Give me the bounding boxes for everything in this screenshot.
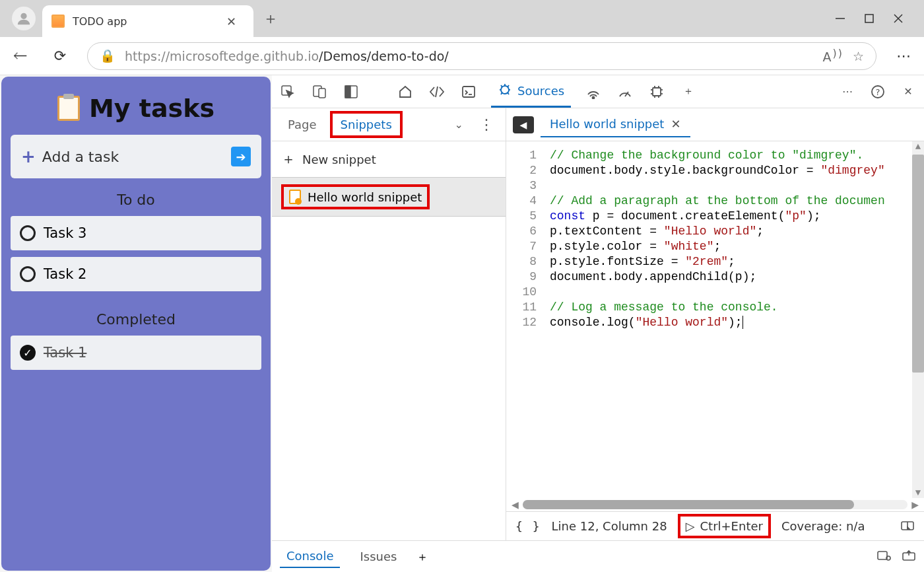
app-pane: My tasks + Add a task ➔ To do Task 3 Tas… — [1, 77, 271, 571]
scroll-thumb[interactable] — [912, 155, 924, 373]
task-checkbox-checked[interactable]: ✓ — [20, 345, 36, 361]
sources-tab[interactable]: Sources — [491, 75, 571, 108]
devtools-close-button[interactable]: ✕ — [899, 83, 917, 101]
editor-tab-label: Hello world snippet — [550, 117, 664, 131]
window-close-button[interactable] — [892, 13, 904, 24]
task-label: Task 3 — [44, 225, 86, 241]
drawer-add-tab[interactable]: ＋ — [416, 549, 428, 565]
play-icon: ▷ — [686, 519, 695, 533]
device-emulation-icon[interactable] — [310, 83, 329, 101]
task-item[interactable]: Task 3 — [11, 216, 261, 250]
browser-menu-button[interactable]: ⋯ — [891, 44, 916, 69]
editor-status-bar: { } Line 12, Column 28 ▷ Ctrl+Enter Cove… — [506, 511, 924, 540]
content-row: My tasks + Add a task ➔ To do Task 3 Tas… — [0, 75, 924, 572]
tab-title: TODO app — [73, 15, 221, 28]
elements-tab-icon[interactable] — [428, 83, 446, 101]
svg-line-18 — [508, 85, 509, 87]
task-item[interactable]: ✓ Task 1 — [11, 336, 261, 370]
cursor-position: Line 12, Column 28 — [552, 519, 667, 533]
drawer-expand-icon[interactable] — [902, 550, 916, 564]
browser-window: TODO app ✕ ＋ 🡐 ⟳ 🔒 https://microsoftedge… — [0, 0, 924, 572]
lock-icon: 🔒 — [100, 48, 116, 63]
svg-rect-11 — [463, 87, 475, 97]
help-icon[interactable]: ? — [869, 83, 887, 101]
svg-line-17 — [501, 85, 502, 87]
task-checkbox[interactable] — [20, 266, 36, 282]
plus-icon: + — [21, 147, 36, 166]
app-header: My tasks — [11, 86, 261, 135]
code-editor[interactable]: 123456789101112 // Change the background… — [506, 141, 924, 498]
vertical-scrollbar[interactable]: ▲ ▼ — [912, 141, 924, 498]
new-snippet-button[interactable]: ＋ New snippet — [272, 141, 506, 177]
plus-icon: ＋ — [281, 149, 296, 169]
svg-line-10 — [436, 87, 438, 97]
address-toolbar: 🡐 ⟳ 🔒 https://microsoftedge.github.io/De… — [0, 37, 924, 75]
tab-close-button[interactable]: ✕ — [221, 12, 242, 31]
submit-task-button[interactable]: ➔ — [231, 147, 251, 166]
task-label: Task 2 — [44, 266, 86, 282]
svg-rect-35 — [878, 552, 887, 559]
editor-tab[interactable]: Hello world snippet ✕ — [541, 112, 690, 137]
inspect-icon[interactable] — [279, 83, 297, 101]
task-item[interactable]: Task 2 — [11, 257, 261, 291]
network-tab-icon[interactable] — [584, 83, 603, 101]
performance-tab-icon[interactable] — [616, 83, 634, 101]
snippets-tab[interactable]: Snippets — [330, 111, 403, 138]
dock-side-icon[interactable] — [342, 83, 360, 101]
horizontal-scrollbar[interactable]: ◀ ▶ — [506, 498, 924, 511]
console-tab-icon[interactable] — [459, 83, 478, 101]
app-title: My tasks — [89, 94, 214, 123]
coverage-status: Coverage: n/a — [781, 519, 865, 533]
pretty-print-button[interactable]: { } — [515, 519, 541, 533]
svg-rect-9 — [345, 86, 350, 98]
svg-point-0 — [20, 13, 26, 19]
run-snippet-button[interactable]: ▷ Ctrl+Enter — [678, 514, 771, 538]
maximize-button[interactable] — [863, 13, 875, 24]
svg-point-21 — [593, 96, 595, 98]
memory-tab-icon[interactable] — [647, 83, 666, 101]
sources-row: Page Snippets ⌄ ⋮ ＋ New snippet Hello wo… — [272, 108, 924, 540]
devtools-tabbar: Sources ＋ ⋯ ? ✕ — [272, 75, 924, 108]
devtools-menu-button[interactable]: ⋯ — [838, 83, 857, 101]
svg-line-19 — [501, 92, 502, 94]
browser-tab[interactable]: TODO app ✕ — [42, 5, 253, 37]
navigator-menu-button[interactable]: ⋮ — [475, 116, 498, 133]
back-button[interactable]: 🡐 — [8, 44, 33, 69]
url-path: /Demos/demo-to-do/ — [319, 49, 449, 63]
drawer-issues-icon[interactable] — [876, 550, 891, 564]
tab-favicon — [51, 15, 65, 28]
toggle-navigator-button[interactable]: ◀ — [513, 116, 534, 133]
welcome-tab-icon[interactable] — [396, 83, 414, 101]
issues-drawer-tab[interactable]: Issues — [353, 546, 403, 567]
more-tabs-button[interactable]: ＋ — [679, 83, 698, 101]
svg-rect-23 — [653, 88, 661, 96]
read-aloud-icon[interactable]: A)) — [823, 47, 843, 64]
snippet-list-item[interactable]: Hello world snippet — [272, 177, 506, 217]
editor-tab-close[interactable]: ✕ — [671, 117, 680, 131]
svg-rect-7 — [319, 89, 325, 98]
console-drawer-tab[interactable]: Console — [280, 545, 340, 568]
address-bar[interactable]: 🔒 https://microsoftedge.github.io/Demos/… — [87, 42, 876, 70]
page-tab[interactable]: Page — [280, 114, 325, 135]
profile-avatar[interactable] — [12, 7, 36, 30]
task-checkbox[interactable] — [20, 225, 36, 241]
favorite-icon[interactable]: ☆ — [853, 49, 864, 63]
add-task-label: Add a task — [42, 149, 119, 165]
new-tab-button[interactable]: ＋ — [253, 8, 288, 29]
sources-tab-label: Sources — [517, 84, 564, 98]
refresh-button[interactable]: ⟳ — [48, 44, 73, 69]
code-content[interactable]: // Change the background color to "dimgr… — [543, 141, 912, 498]
add-task-input[interactable]: + Add a task ➔ — [11, 135, 261, 178]
url-host: https://microsoftedge.github.io — [125, 49, 319, 63]
completed-section-label: Completed — [11, 298, 261, 336]
new-snippet-label: New snippet — [302, 153, 376, 166]
run-shortcut-label: Ctrl+Enter — [700, 519, 763, 533]
svg-line-20 — [508, 92, 509, 94]
minimize-button[interactable] — [834, 13, 846, 24]
scroll-thumb[interactable] — [523, 500, 854, 509]
source-map-icon[interactable] — [900, 519, 915, 534]
svg-text:?: ? — [876, 87, 880, 97]
editor-tabbar: ◀ Hello world snippet ✕ — [506, 108, 924, 141]
svg-rect-2 — [865, 15, 873, 22]
navigator-overflow-button[interactable]: ⌄ — [448, 118, 470, 131]
